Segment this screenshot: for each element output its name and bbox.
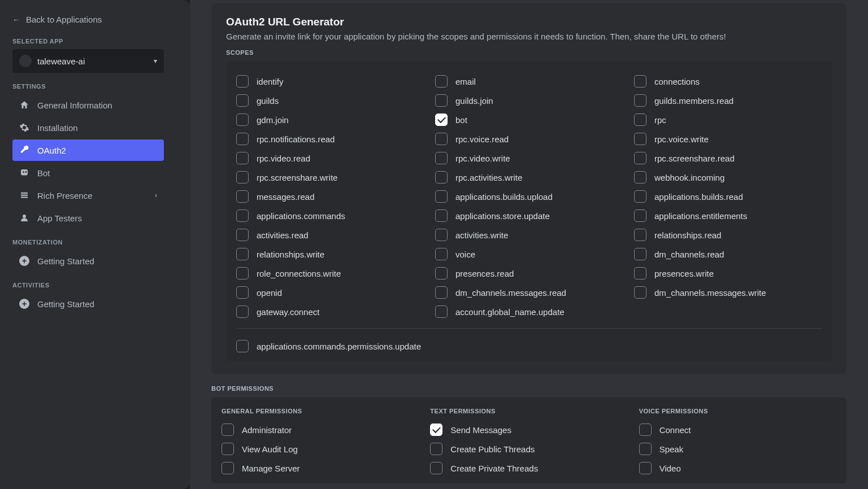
scope-checkbox[interactable] (435, 305, 448, 318)
nav-label: Rich Presence (37, 191, 93, 200)
scope-checkbox[interactable] (435, 133, 448, 145)
scope-checkbox[interactable] (435, 75, 448, 88)
scope-checkbox[interactable] (634, 209, 646, 222)
scope-checkbox[interactable] (236, 113, 249, 126)
scope-checkbox[interactable] (435, 152, 448, 164)
scope-label: rpc.screenshare.write (257, 173, 337, 182)
scope-label: openid (257, 288, 282, 298)
bot-permissions-header: BOT PERMISSIONS (211, 385, 847, 392)
scope-row: bot (435, 110, 623, 129)
scope-checkbox[interactable] (236, 133, 249, 145)
scope-row: guilds (236, 91, 424, 110)
scope-row: applications.builds.read (634, 187, 822, 206)
perm-general-checkbox[interactable] (222, 462, 234, 474)
perm-general-label: View Audit Log (242, 444, 298, 454)
perm-voice-row: Connect (639, 420, 836, 439)
scope-checkbox[interactable] (634, 133, 646, 145)
scope-row: rpc.voice.read (435, 129, 623, 149)
scope-label: applications.commands.permissions.update (257, 342, 421, 351)
perm-general-checkbox[interactable] (222, 443, 234, 455)
perm-general-checkbox[interactable] (222, 423, 234, 436)
divider (236, 328, 822, 329)
back-to-applications-link[interactable]: ← Back to Applications (12, 11, 164, 28)
perm-voice-checkbox[interactable] (639, 462, 652, 474)
scope-checkbox[interactable] (435, 209, 448, 222)
scope-checkbox[interactable] (435, 190, 448, 203)
scope-checkbox[interactable] (236, 190, 249, 203)
voice-permissions-header: VOICE PERMISSIONS (639, 408, 836, 414)
scope-checkbox[interactable] (634, 267, 646, 280)
perm-general-label: Manage Server (242, 464, 300, 473)
scope-checkbox[interactable] (435, 286, 448, 299)
scope-checkbox[interactable] (634, 171, 646, 184)
app-selector[interactable]: taleweave-ai ▾ (12, 49, 164, 73)
scope-row: dm_channels.read (634, 244, 822, 264)
scope-checkbox[interactable] (435, 113, 448, 126)
perm-voice-checkbox[interactable] (639, 423, 652, 436)
scope-checkbox[interactable] (435, 248, 448, 260)
nav-activities-getting-started[interactable]: + Getting Started (12, 293, 164, 315)
scope-label: applications.builds.read (654, 192, 743, 202)
perm-voice-row: Speak (639, 439, 836, 459)
scope-checkbox[interactable] (634, 286, 646, 299)
scope-label: dm_channels.messages.read (455, 288, 566, 298)
scope-label: guilds.members.read (654, 96, 734, 106)
perm-text-checkbox[interactable] (430, 423, 442, 436)
scope-checkbox[interactable] (634, 248, 646, 260)
perm-general-row: Administrator (222, 420, 419, 439)
perm-text-checkbox[interactable] (430, 443, 442, 455)
scope-checkbox[interactable] (236, 340, 249, 352)
scope-label: identify (257, 77, 284, 86)
nav-rich-presence[interactable]: Rich Presence › (12, 185, 164, 206)
nav-label: Getting Started (37, 256, 94, 266)
scope-checkbox[interactable] (634, 152, 646, 164)
scope-label: guilds.join (455, 96, 493, 106)
scope-checkbox[interactable] (236, 209, 249, 222)
settings-header: SETTINGS (12, 83, 164, 90)
scope-label: dm_channels.messages.write (654, 288, 766, 298)
scope-checkbox[interactable] (236, 75, 249, 88)
perm-text-checkbox[interactable] (430, 462, 442, 474)
scope-checkbox[interactable] (236, 94, 249, 107)
nav-app-testers[interactable]: App Testers (12, 207, 164, 229)
nav-general-information[interactable]: General Information (12, 94, 164, 116)
chevron-right-icon: › (155, 191, 157, 199)
scope-checkbox[interactable] (236, 305, 249, 318)
scopes-header: SCOPES (226, 49, 832, 56)
scope-checkbox[interactable] (236, 267, 249, 280)
wrench-icon (19, 145, 29, 155)
perm-voice-label: Connect (659, 425, 691, 435)
scope-checkbox[interactable] (435, 229, 448, 241)
scope-checkbox[interactable] (236, 171, 249, 184)
nav-installation[interactable]: Installation (12, 117, 164, 138)
nav-oauth2[interactable]: OAuth2 (12, 139, 164, 161)
scope-checkbox[interactable] (634, 229, 646, 241)
scope-checkbox[interactable] (435, 94, 448, 107)
scope-label: voice (455, 250, 475, 259)
oauth-url-generator-card: OAuth2 URL Generator Generate an invite … (211, 3, 847, 374)
scope-checkbox[interactable] (634, 190, 646, 203)
scope-label: gateway.connect (257, 307, 319, 317)
scope-checkbox[interactable] (435, 267, 448, 280)
scope-label: applications.builds.upload (455, 192, 553, 202)
nav-monetization-getting-started[interactable]: + Getting Started (12, 250, 164, 272)
scope-checkbox[interactable] (236, 286, 249, 299)
general-permissions-header: GENERAL PERMISSIONS (222, 408, 419, 414)
nav-bot[interactable]: Bot (12, 162, 164, 184)
gear-icon (19, 123, 29, 133)
scope-row: gateway.connect (236, 302, 424, 321)
scope-checkbox[interactable] (236, 152, 249, 164)
scope-checkbox[interactable] (435, 171, 448, 184)
scope-checkbox[interactable] (236, 229, 249, 241)
scope-checkbox[interactable] (634, 75, 646, 88)
selected-app-header: SELECTED APP (12, 38, 164, 45)
scope-label: rpc.activities.write (455, 173, 522, 182)
perm-voice-checkbox[interactable] (639, 443, 652, 455)
scope-row: relationships.read (634, 225, 822, 244)
perm-text-label: Send Messages (450, 425, 511, 435)
scope-checkbox[interactable] (634, 113, 646, 126)
scope-checkbox[interactable] (236, 248, 249, 260)
scope-row: messages.read (236, 187, 424, 206)
scope-checkbox[interactable] (634, 94, 646, 107)
scope-row: rpc.notifications.read (236, 129, 424, 149)
